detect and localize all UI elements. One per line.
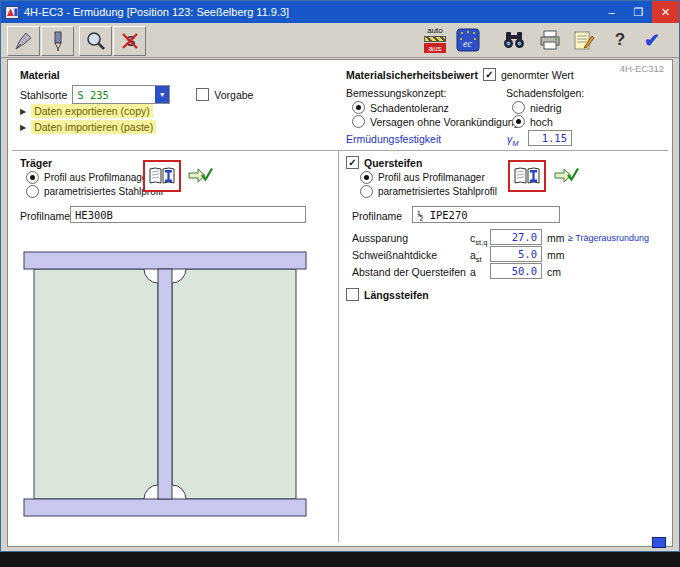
radio-icon[interactable] xyxy=(26,171,39,184)
import-link-row: ▶ Daten importieren (paste) xyxy=(20,120,156,134)
check-icon: ✓ xyxy=(348,158,356,168)
profile-book-icon xyxy=(513,165,541,187)
vorgabe-label: Vorgabe xyxy=(214,89,253,101)
radio-icon[interactable] xyxy=(360,185,373,198)
traeger-profilname-field[interactable]: HE300B xyxy=(70,206,306,223)
export-link-row: ▶ Daten exportieren (copy) xyxy=(20,104,153,118)
eurocode-button[interactable]: ec xyxy=(453,26,483,54)
pen-tool-button[interactable] xyxy=(7,26,40,56)
close-button[interactable]: ✕ xyxy=(652,1,679,23)
abstand-symbol: a xyxy=(470,266,476,278)
radio-icon[interactable] xyxy=(26,185,39,198)
help-button[interactable]: ? xyxy=(605,26,635,54)
quersteifen-header-row: ✓ Quersteifen xyxy=(346,156,422,169)
stahlsorte-label: Stahlsorte xyxy=(20,89,67,101)
beam-cross-section-drawing xyxy=(20,246,312,526)
minimize-button[interactable]: – xyxy=(598,1,625,23)
stahlsorte-dropdown[interactable]: S 235 ▼ xyxy=(72,85,170,104)
quersteifen-profilname-label: Profilname xyxy=(352,210,402,222)
question-mark-icon: ? xyxy=(615,30,625,50)
auto-aus-toggle[interactable]: auto aus xyxy=(421,27,449,53)
vorgabe-checkbox[interactable] xyxy=(196,88,209,101)
hoch-label: hoch xyxy=(530,116,553,128)
abstand-value-field[interactable]: 50.0 xyxy=(490,263,542,279)
profilmanager-label: Profil aus Profilmanager xyxy=(378,172,485,183)
chevron-down-icon[interactable]: ▼ xyxy=(155,86,169,103)
gamma-m-symbol: γM xyxy=(507,133,519,148)
profile-book-icon xyxy=(148,165,176,187)
laengssteifen-checkbox[interactable] xyxy=(346,288,359,301)
crossed-s-button[interactable]: S xyxy=(113,26,146,56)
parametrisiert-label: parametrisiertes Stahlprofil xyxy=(378,186,497,197)
window-title: 4H-EC3 - Ermüdung [Position 123: Seeßelb… xyxy=(24,6,289,18)
abstand-label: Abstand der Quersteifen xyxy=(352,266,466,278)
confirm-button[interactable]: ✔ xyxy=(637,26,667,54)
quersteifen-profilname-field[interactable]: ½ IPE270 xyxy=(412,206,560,223)
print-button[interactable] xyxy=(535,26,565,54)
laengssteifen-label: Längssteifen xyxy=(364,289,429,301)
maximize-button[interactable]: ❐ xyxy=(625,1,652,23)
radio-niedrig[interactable]: niedrig xyxy=(512,101,562,114)
radio-icon[interactable] xyxy=(352,115,365,128)
notes-button[interactable] xyxy=(569,26,599,54)
radio-icon[interactable] xyxy=(512,115,525,128)
import-data-link[interactable]: Daten importieren (paste) xyxy=(31,120,156,134)
radio-icon[interactable] xyxy=(512,101,525,114)
resize-grip[interactable] xyxy=(652,537,666,548)
quersteifen-section-title: Quersteifen xyxy=(364,157,422,169)
printer-icon xyxy=(538,29,562,51)
schweissnahtdicke-label: Schweißnahtdicke xyxy=(352,249,437,261)
checkmark-icon: ✔ xyxy=(644,29,660,52)
horizontal-divider xyxy=(12,150,668,151)
traeger-profile-ok-icon xyxy=(188,166,214,187)
abstand-unit: cm xyxy=(547,266,561,278)
radio-versagen[interactable]: Versagen ohne Vorankündigung xyxy=(352,115,519,128)
genormter-wert-checkbox[interactable]: ✓ xyxy=(483,68,496,81)
aus-label: aus xyxy=(424,43,446,53)
plotter-button[interactable] xyxy=(41,26,74,56)
quersteifen-checkbox[interactable]: ✓ xyxy=(346,156,359,169)
export-data-link[interactable]: Daten exportieren (copy) xyxy=(31,104,153,118)
sicherheitsbeiwert-row: Materialsicherheitsbeiwert ✓ genormter W… xyxy=(346,68,574,81)
radio-icon[interactable] xyxy=(352,101,365,114)
traeger-section-title: Träger xyxy=(20,157,52,169)
quersteifen-radio-parametrisiert[interactable]: parametrisiertes Stahlprofil xyxy=(360,185,497,198)
stahlsorte-value: S 235 xyxy=(73,89,155,101)
zoom-button[interactable] xyxy=(79,26,112,56)
app-window: 4H-EC3 - Ermüdung [Position 123: Seeßelb… xyxy=(0,0,680,552)
aussparung-label: Aussparung xyxy=(352,232,408,244)
quersteifen-profilmanager-button[interactable] xyxy=(508,160,546,192)
schweissnaht-unit: mm xyxy=(547,249,565,261)
search-button[interactable] xyxy=(499,26,529,54)
niedrig-label: niedrig xyxy=(530,102,562,114)
app-icon xyxy=(5,6,19,19)
auto-label: auto xyxy=(427,27,443,35)
aussparung-unit: mm xyxy=(547,232,565,244)
quersteifen-radio-profilmanager[interactable]: Profil aus Profilmanager xyxy=(360,171,485,184)
radio-hoch[interactable]: hoch xyxy=(512,115,553,128)
binoculars-icon xyxy=(502,29,526,51)
schweissnaht-value-field[interactable]: 5.0 xyxy=(490,246,542,262)
toolbar: S auto aus ec xyxy=(1,23,679,58)
aussparung-value-field[interactable]: 27.0 xyxy=(490,229,542,245)
s-crossed-icon: S xyxy=(119,30,141,52)
schweissnaht-symbol: ast xyxy=(470,249,482,264)
traeger-radio-profilmanager[interactable]: Profil aus Profilmanager xyxy=(26,171,151,184)
versagen-label: Versagen ohne Vorankündigung xyxy=(370,116,519,128)
traeger-profilmanager-button[interactable] xyxy=(143,160,181,192)
ermuedungsfestigkeit-link[interactable]: Ermüdungsfestigkeit xyxy=(346,133,441,145)
traegerausrundung-link[interactable]: ≥ Trägerausrundung xyxy=(568,233,649,243)
radio-schadentoleranz[interactable]: Schadentoleranz xyxy=(352,101,449,114)
check-icon: ✓ xyxy=(485,70,493,80)
aussparung-symbol: cst,q xyxy=(470,232,487,247)
eu-flag-icon: ec xyxy=(456,28,480,52)
schadentoleranz-label: Schadentoleranz xyxy=(370,102,449,114)
bottom-strip xyxy=(0,552,680,567)
stahlsorte-row: Stahlsorte S 235 ▼ Vorgabe xyxy=(20,85,253,104)
pen-icon xyxy=(13,30,35,52)
gamma-m-value-field[interactable]: 1.15 xyxy=(528,130,572,146)
titlebar[interactable]: 4H-EC3 - Ermüdung [Position 123: Seeßelb… xyxy=(1,1,679,23)
radio-icon[interactable] xyxy=(360,171,373,184)
genormter-wert-label: genormter Wert xyxy=(501,69,574,81)
vertical-divider xyxy=(338,150,339,542)
